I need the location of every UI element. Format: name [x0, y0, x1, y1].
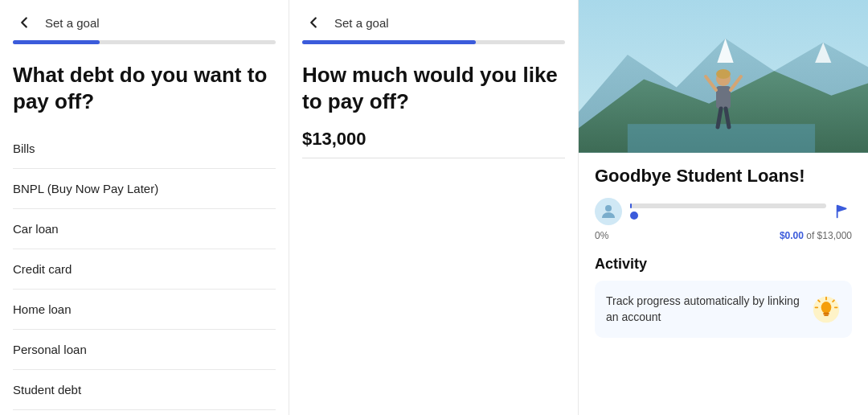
goal-progress-fill [630, 203, 632, 208]
left-progress-bar-container [0, 40, 289, 44]
goal-amounts: 0% $0.00 of $13,000 [595, 230, 852, 241]
debt-item-personal-loan[interactable]: Personal loan [13, 330, 276, 370]
activity-title: Activity [595, 256, 852, 273]
svg-rect-18 [824, 314, 828, 316]
goal-amount-row: $0.00 of $13,000 [780, 230, 852, 241]
goal-progress-dot [630, 212, 638, 220]
hero-image [579, 0, 868, 153]
svg-line-12 [726, 109, 729, 127]
goal-progress-row [595, 198, 852, 225]
middle-header: Set a goal [289, 0, 578, 40]
middle-panel: Set a goal How much would you like to pa… [289, 0, 579, 415]
middle-progress-bar-bg [302, 40, 565, 44]
left-back-button[interactable] [13, 11, 35, 34]
goal-progress-bg [630, 203, 826, 208]
middle-question: How much would you like to pay off? [289, 54, 578, 129]
flag-icon [834, 203, 852, 220]
goal-section: Goodbye Student Loans! [579, 153, 868, 249]
svg-point-16 [821, 302, 832, 313]
svg-line-21 [818, 300, 820, 302]
middle-back-button[interactable] [302, 11, 325, 34]
svg-point-13 [605, 205, 612, 212]
activity-section: Activity Track progress automatically by… [579, 249, 868, 346]
goal-pct: 0% [595, 230, 608, 241]
goal-amount-current: $0.00 [780, 230, 804, 241]
svg-rect-8 [716, 86, 731, 109]
left-panel: Set a goal What debt do you want to pay … [0, 0, 289, 415]
amount-divider [302, 158, 565, 158]
track-card: Track progress automatically by linking … [595, 281, 852, 338]
middle-progress-bar-fill [302, 40, 476, 44]
debt-item-student-debt[interactable]: Student debt [13, 370, 276, 410]
svg-line-11 [718, 109, 721, 127]
bulb-icon [812, 295, 841, 324]
debt-list: Bills BNPL (Buy Now Pay Later) Car loan … [0, 129, 289, 410]
left-progress-bar-bg [13, 40, 276, 44]
left-header: Set a goal [0, 0, 289, 40]
svg-rect-17 [823, 312, 829, 314]
left-question: What debt do you want to pay off? [0, 54, 289, 129]
left-panel-title: Set a goal [45, 16, 100, 30]
right-panel: Goodbye Student Loans! [579, 0, 868, 415]
debt-item-credit-card[interactable]: Credit card [13, 249, 276, 290]
left-progress-bar-fill [13, 40, 100, 44]
svg-line-20 [833, 300, 834, 302]
goal-title: Goodbye Student Loans! [595, 166, 852, 187]
debt-item-bnpl[interactable]: BNPL (Buy Now Pay Later) [13, 169, 276, 209]
track-text: Track progress automatically by linking … [606, 294, 802, 325]
svg-point-7 [716, 69, 731, 79]
goal-avatar [595, 198, 622, 225]
middle-progress-bar-container [289, 40, 578, 44]
svg-line-9 [706, 76, 716, 90]
goal-amount-total: of $13,000 [806, 230, 852, 241]
goal-progress-bar-wrap [630, 203, 826, 220]
debt-item-home-loan[interactable]: Home loan [13, 290, 276, 330]
hero-person [703, 64, 743, 145]
svg-line-10 [731, 76, 741, 90]
debt-item-bills[interactable]: Bills [13, 129, 276, 169]
debt-item-car-loan[interactable]: Car loan [13, 209, 276, 249]
middle-panel-title: Set a goal [334, 16, 389, 30]
amount-display: $13,000 [289, 129, 578, 158]
